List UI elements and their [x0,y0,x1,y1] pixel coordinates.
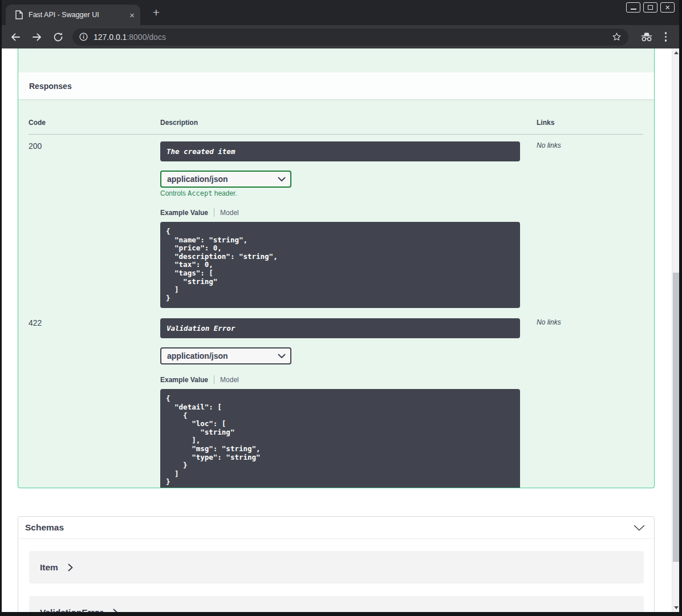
scroll-up-arrow[interactable] [672,48,679,57]
site-info-icon[interactable] [79,33,88,41]
responses-section-header: Responses [18,72,654,99]
responses-title: Responses [29,82,72,91]
opblock-body-spacer [18,48,654,72]
response-description: Validation Error [160,318,520,338]
response-code: 200 [29,141,160,308]
browser-menu-button[interactable] [665,32,667,42]
back-button[interactable] [10,31,21,43]
chevron-down-icon [278,354,286,359]
bookmark-star-icon[interactable] [612,32,622,42]
schemas-section: Schemas Item Validation [18,516,655,612]
header-code: Code [29,119,160,127]
maximize-icon [648,5,653,10]
browser-toolbar: 127.0.0.1:8000/docs [2,25,679,48]
incognito-icon[interactable] [640,32,653,42]
media-type-value: application/json [167,175,228,184]
close-icon: ✕ [665,5,670,11]
responses-table: Code Description Links 200 The created i… [18,99,654,488]
minimize-icon [631,9,636,10]
tab-separator [214,208,214,217]
tab-title: Fast API - Swagger UI [29,11,125,19]
tab-model[interactable]: Model [220,209,239,217]
favicon-document-icon [15,10,23,19]
url-text: 127.0.0.1:8000/docs [94,33,166,42]
chevron-right-icon [68,564,73,572]
url-host: 127.0.0.1 [94,33,127,42]
chevron-right-icon [113,609,118,613]
tab-bar: Fast API - Swagger UI × + ✕ [2,0,679,25]
schemas-title: Schemas [25,522,64,533]
response-row-200: 200 The created item application/json [29,135,643,308]
schema-name: ValidationError [40,607,103,613]
responses-table-header: Code Description Links [29,99,643,135]
tab-model[interactable]: Model [220,376,239,384]
response-description: The created item [160,141,520,161]
media-type-select[interactable]: application/json [160,171,291,188]
new-tab-button[interactable]: + [150,7,163,19]
reload-button[interactable] [53,32,63,42]
close-tab-icon[interactable]: × [129,11,135,19]
scroll-down-arrow[interactable] [672,603,679,612]
swagger-page: Responses Code Description Links 200 [2,48,679,612]
vertical-scrollbar[interactable] [672,48,679,612]
example-model-tabs: Example Value Model [160,375,537,384]
browser-tab[interactable]: Fast API - Swagger UI × [6,5,140,25]
schema-name: Item [40,562,58,573]
header-links: Links [537,119,643,127]
schema-item[interactable]: Item [29,551,644,583]
accept-header-note: Controls Accept header. [160,189,537,197]
scrollbar-thumb[interactable] [673,273,679,562]
media-type-value: application/json [167,351,228,360]
schemas-header[interactable]: Schemas [18,517,654,539]
tab-example-value[interactable]: Example Value [160,209,208,217]
opblock-post: Responses Code Description Links 200 [18,48,655,488]
tab-example-value[interactable]: Example Value [160,376,208,384]
address-bar[interactable]: 127.0.0.1:8000/docs [72,29,628,46]
chevron-down-icon[interactable] [634,525,645,531]
example-model-tabs: Example Value Model [160,208,537,217]
example-json-block: { "detail": [ { "loc": [ "string" ], "ms… [160,389,520,488]
minimize-button[interactable] [626,2,640,13]
schemas-list: Item ValidationError [18,539,654,612]
response-links: No links [537,318,643,488]
schema-validation-error[interactable]: ValidationError [29,596,644,612]
response-code: 422 [29,318,160,488]
response-row-422: 422 Validation Error application/json [29,311,643,488]
response-links: No links [537,141,643,308]
maximize-button[interactable] [643,2,657,13]
browser-window: Fast API - Swagger UI × + ✕ [0,0,682,616]
chevron-down-icon [278,177,286,182]
tab-separator [214,375,214,384]
header-description: Description [160,119,537,127]
forward-button[interactable] [31,31,43,43]
media-type-select[interactable]: application/json [160,347,291,364]
close-window-button[interactable]: ✕ [660,2,675,13]
example-json-block: { "name": "string", "price": 0, "descrip… [160,222,520,308]
url-path: :8000/docs [127,33,166,42]
window-controls: ✕ [626,2,675,13]
